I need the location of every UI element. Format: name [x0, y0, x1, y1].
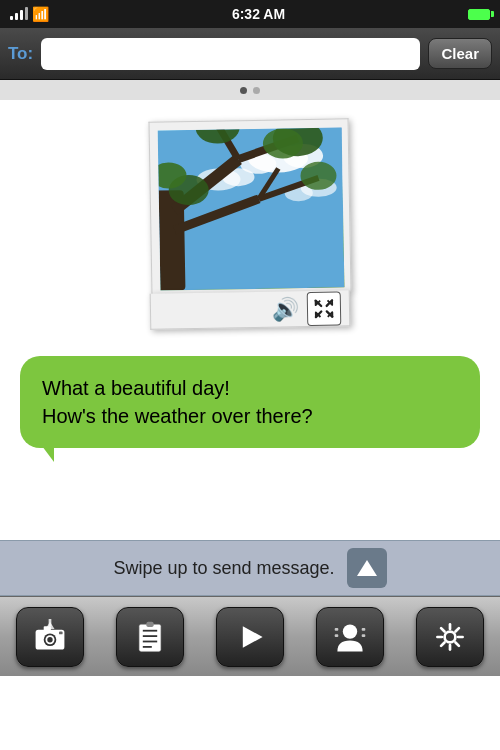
- settings-button[interactable]: [416, 607, 484, 667]
- svg-line-54: [441, 642, 444, 645]
- status-time: 6:32 AM: [232, 6, 285, 22]
- sound-icon[interactable]: 🔊: [272, 296, 299, 322]
- svg-marker-25: [357, 560, 377, 576]
- clear-button[interactable]: Clear: [428, 38, 492, 69]
- svg-rect-42: [335, 628, 339, 631]
- expand-icon: [313, 297, 335, 319]
- photo-svg: [158, 127, 345, 290]
- svg-line-53: [455, 628, 458, 631]
- polaroid-controls: 🔊: [150, 290, 351, 329]
- signal-icon: [10, 8, 28, 20]
- svg-rect-31: [59, 631, 63, 634]
- play-icon: [232, 619, 268, 655]
- notepad-button[interactable]: [116, 607, 184, 667]
- status-right: [468, 9, 490, 20]
- svg-rect-44: [362, 628, 366, 631]
- pagination-dots: [0, 80, 500, 100]
- header-bar: To: Clear: [0, 28, 500, 80]
- expand-button[interactable]: [307, 291, 342, 326]
- svg-point-29: [47, 637, 52, 642]
- status-left: 📶: [10, 6, 49, 22]
- gear-icon: [432, 619, 468, 655]
- status-bar: 📶 6:32 AM: [0, 0, 500, 28]
- svg-rect-33: [49, 619, 52, 626]
- to-input[interactable]: [41, 38, 420, 70]
- contacts-icon: [332, 619, 368, 655]
- play-button[interactable]: [216, 607, 284, 667]
- message-area: 🔊 What a beautiful day! How's the weathe…: [0, 100, 500, 540]
- svg-point-41: [343, 624, 357, 638]
- dot-2: [253, 87, 260, 94]
- to-label: To:: [8, 44, 33, 64]
- notepad-icon: [132, 619, 168, 655]
- swipe-bar[interactable]: Swipe up to send message.: [0, 540, 500, 596]
- camera-icon: [32, 619, 68, 655]
- speech-bubble: What a beautiful day! How's the weather …: [20, 356, 480, 448]
- svg-rect-45: [362, 634, 366, 637]
- battery-icon: [468, 9, 490, 20]
- svg-point-46: [445, 631, 456, 642]
- svg-line-52: [455, 642, 458, 645]
- photo: [158, 127, 345, 290]
- message-line2: How's the weather over there?: [42, 402, 458, 430]
- contacts-button[interactable]: [316, 607, 384, 667]
- up-arrow-icon: [355, 556, 379, 580]
- svg-line-51: [441, 628, 444, 631]
- swipe-up-arrow[interactable]: [347, 548, 387, 588]
- wifi-icon: 📶: [32, 6, 49, 22]
- swipe-text: Swipe up to send message.: [113, 558, 334, 579]
- message-line1: What a beautiful day!: [42, 374, 458, 402]
- svg-marker-40: [243, 626, 263, 648]
- svg-rect-39: [146, 621, 153, 626]
- polaroid-frame: [149, 118, 352, 294]
- camera-button[interactable]: [16, 607, 84, 667]
- dot-1: [240, 87, 247, 94]
- svg-rect-43: [335, 634, 339, 637]
- bottom-toolbar: [0, 596, 500, 676]
